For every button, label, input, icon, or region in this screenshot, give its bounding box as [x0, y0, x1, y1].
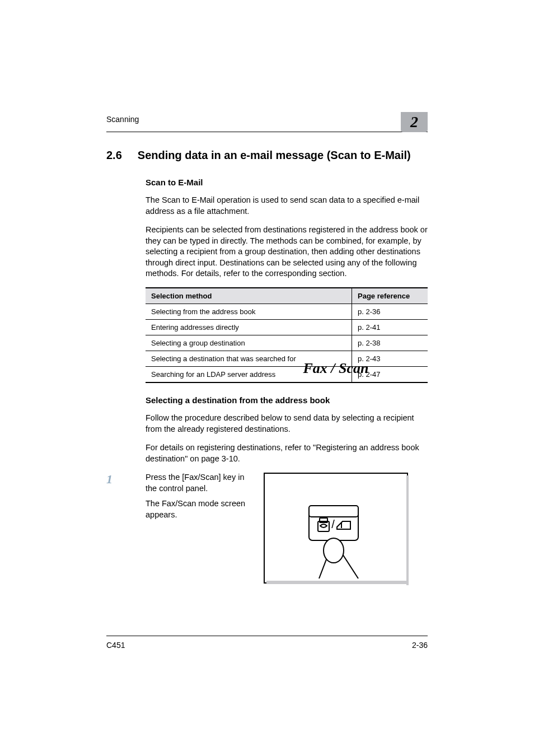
page-footer: C451 2-36	[106, 636, 428, 650]
td-method: Selecting a group destination	[146, 335, 352, 351]
svg-rect-4	[309, 506, 358, 517]
td-ref: p. 2-41	[352, 319, 428, 335]
step-illustration: / Fax / Scan	[263, 472, 428, 595]
td-ref: p. 2-36	[352, 304, 428, 319]
footer-model: C451	[106, 641, 125, 650]
svg-rect-2	[406, 475, 409, 585]
table-row: Selecting from the address book p. 2-36	[146, 304, 428, 319]
running-head-section: Scanning	[106, 115, 139, 132]
th-page-reference: Page reference	[352, 288, 428, 304]
th-selection-method: Selection method	[146, 288, 352, 304]
td-method: Selecting from the address book	[146, 304, 352, 319]
td-ref: p. 2-38	[352, 335, 428, 351]
running-head: Scanning 2	[106, 112, 428, 132]
fax-scan-key-label: Fax / Scan	[263, 360, 409, 377]
chapter-number-badge: 2	[401, 112, 428, 132]
svg-point-11	[324, 538, 344, 563]
svg-text:/: /	[331, 518, 335, 530]
section-title: 2.6 Sending data in an e-mail message (S…	[106, 149, 428, 162]
section-title-text: Sending data in an e-mail message (Scan …	[138, 149, 411, 162]
para-scan-to-email-1: The Scan to E-Mail operation is used to …	[146, 195, 428, 217]
fax-scan-key-illustration: /	[263, 472, 409, 595]
footer-page-number: 2-36	[412, 641, 428, 650]
td-method: Entering addresses directly	[146, 319, 352, 335]
para-selecting-2: For details on registering destinations,…	[146, 442, 428, 464]
table-header-row: Selection method Page reference	[146, 288, 428, 304]
step-number: 1	[106, 472, 134, 487]
step-line-2: The Fax/Scan mode screen appears.	[146, 498, 252, 520]
subhead-scan-to-email: Scan to E-Mail	[146, 178, 428, 187]
section-number: 2.6	[106, 149, 122, 162]
subhead-selecting-destination: Selecting a destination from the address…	[146, 395, 428, 405]
step-text: Press the [Fax/Scan] key in the control …	[146, 472, 252, 520]
svg-rect-1	[266, 581, 409, 584]
table-row: Selecting a group destination p. 2-38	[146, 335, 428, 351]
para-selecting-1: Follow the procedure described below to …	[146, 413, 428, 435]
para-scan-to-email-2: Recipients can be selected from destinat…	[146, 225, 428, 279]
step-line-1: Press the [Fax/Scan] key in the control …	[146, 472, 252, 494]
table-row: Entering addresses directly p. 2-41	[146, 319, 428, 335]
step-1: 1 Press the [Fax/Scan] key in the contro…	[106, 472, 428, 595]
